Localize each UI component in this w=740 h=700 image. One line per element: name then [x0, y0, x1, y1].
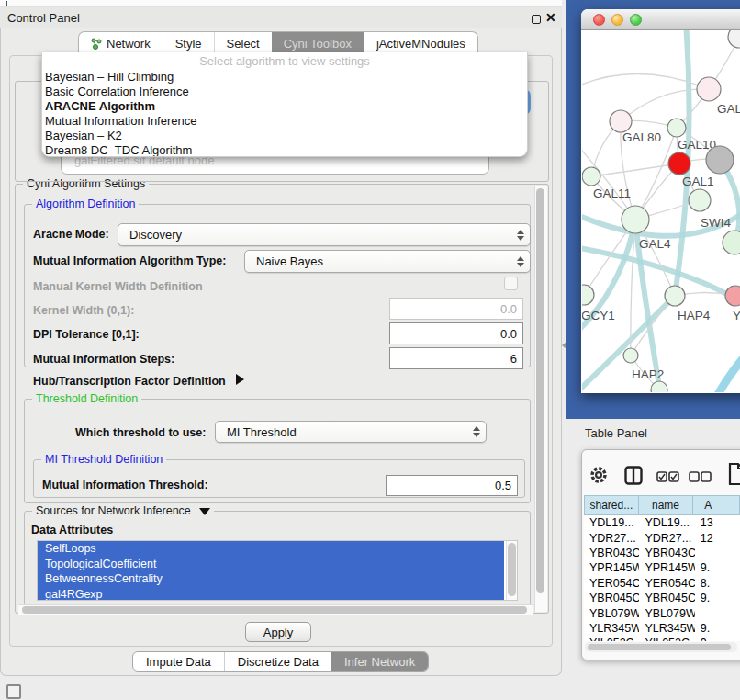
table-cell: YBR045C: [639, 592, 694, 604]
table-row[interactable]: YER054CYER054C8.: [584, 576, 740, 591]
table-row[interactable]: YBR045CYBR045C9.: [584, 591, 740, 605]
tab-impute-data[interactable]: Impute Data: [133, 652, 224, 671]
splitter-collapse-icon[interactable]: [562, 342, 566, 349]
control-panel-tabbar: Network Style Select Cyni Toolbox jActiv…: [78, 31, 478, 54]
attribute-list-item[interactable]: BetweennessCentrality: [38, 571, 504, 587]
algorithm-option[interactable]: Bayesian – Hill Climbing: [42, 70, 527, 85]
sources-collapse-toggle[interactable]: Sources for Network Inference: [32, 504, 214, 517]
tab-cyni-toolbox[interactable]: Cyni Toolbox: [272, 32, 364, 54]
sources-title: Sources for Network Inference: [36, 504, 191, 517]
aracne-mode-combobox[interactable]: Discovery: [118, 223, 531, 246]
network-node[interactable]: [610, 110, 632, 132]
network-icon: [91, 38, 102, 50]
file-icon[interactable]: [728, 462, 740, 486]
node-label: SWI4: [701, 216, 731, 230]
network-edge[interactable]: [621, 89, 709, 121]
attribute-list-item[interactable]: SelfLoops: [38, 541, 504, 557]
network-node[interactable]: [651, 381, 667, 392]
manual-kernel-checkbox[interactable]: [504, 277, 518, 290]
gear-icon[interactable]: [589, 465, 609, 485]
table-cell: 9.: [695, 622, 740, 635]
table-row[interactable]: YBL079WYBL079W: [584, 605, 740, 620]
table-cell: YER054C: [584, 577, 639, 590]
network-node[interactable]: [665, 286, 685, 306]
algorithm-option[interactable]: Basic Correlation Inference: [42, 85, 527, 99]
table-cell: YPR145W: [584, 561, 639, 574]
table-row[interactable]: YBR043CYBR043C: [584, 546, 740, 560]
network-node[interactable]: [725, 286, 740, 306]
dpi-tolerance-value: 0.0: [500, 327, 517, 341]
attribute-list-item[interactable]: gal4RGexp: [38, 587, 504, 602]
tab-style[interactable]: Style: [163, 32, 214, 54]
algorithm-definition-title: Algorithm Definition: [32, 198, 139, 210]
mi-threshold-title: MI Threshold Definition: [41, 453, 166, 466]
tab-select[interactable]: Select: [214, 32, 272, 54]
hub-definition-expander[interactable]: Hub/Transcription Factor Definition: [33, 374, 244, 388]
column-header-name[interactable]: name: [639, 495, 694, 515]
kernel-width-label: Kernel Width (0,1):: [33, 304, 134, 317]
table-row[interactable]: YPR145WYPR145W9.: [584, 560, 740, 575]
tab-jactivemnodules[interactable]: jActiveMNodules: [364, 32, 477, 54]
tab-cyni-toolbox-label: Cyni Toolbox: [284, 37, 352, 51]
attributes-scrollbar-thumb[interactable]: [508, 543, 516, 596]
control-panel-titlebar[interactable]: [0, 7, 562, 28]
dpi-tolerance-field[interactable]: 0.0: [389, 322, 523, 344]
table-cell: 8.: [695, 577, 740, 590]
apply-button[interactable]: Apply: [245, 622, 311, 642]
which-threshold-combobox[interactable]: MI Threshold: [215, 421, 487, 443]
settings-hscrollbar-thumb[interactable]: [22, 606, 527, 614]
node-label: GAL4: [639, 237, 671, 251]
node-label: Y: [733, 309, 740, 322]
algorithm-option[interactable]: ARACNE Algorithm: [42, 99, 527, 114]
node-label: GAL80: [622, 130, 661, 144]
table-row[interactable]: YIL052CYIL052C9: [584, 636, 740, 641]
deselect-all-icon[interactable]: [689, 471, 712, 483]
settings-vscrollbar-thumb[interactable]: [536, 188, 544, 593]
float-window-icon[interactable]: [532, 15, 541, 24]
network-node[interactable]: [582, 285, 594, 305]
network-node[interactable]: [697, 77, 721, 101]
zoom-traffic-light[interactable]: [630, 14, 642, 26]
minimize-traffic-light[interactable]: [611, 14, 623, 26]
column-header-partial[interactable]: A: [693, 495, 740, 515]
tab-infer-network[interactable]: Infer Network: [331, 652, 428, 671]
network-node[interactable]: [706, 146, 734, 174]
column-header-shared-name[interactable]: shared...: [584, 495, 639, 515]
algorithm-option[interactable]: Dream8 DC_TDC Algorithm: [42, 143, 527, 157]
cyni-bottom-tabbar: Impute Data Discretize Data Infer Networ…: [132, 651, 429, 672]
algorithm-dropdown-placeholder: Select algorithm to view settings: [42, 52, 527, 70]
tab-discretize-data[interactable]: Discretize Data: [224, 652, 331, 671]
close-traffic-light[interactable]: [593, 14, 605, 26]
hub-definition-label: Hub/Transcription Factor Definition: [33, 375, 226, 388]
network-node[interactable]: [723, 231, 740, 254]
table-cell: YDL19...: [584, 516, 639, 529]
algorithm-option[interactable]: Mutual Information Inference: [42, 114, 527, 129]
network-node[interactable]: [582, 167, 600, 186]
node-label: GAL7: [717, 102, 740, 116]
network-node[interactable]: [668, 152, 690, 175]
tab-network[interactable]: Network: [79, 32, 163, 54]
minimized-panel-icon[interactable]: [6, 684, 21, 699]
column-view-icon[interactable]: [624, 466, 643, 485]
network-node[interactable]: [622, 206, 649, 233]
mi-steps-field[interactable]: 6: [389, 347, 523, 369]
table-hscrollbar-thumb[interactable]: [588, 644, 731, 650]
mi-type-combobox[interactable]: Naive Bayes: [244, 250, 531, 273]
network-canvas[interactable]: GAL7GAL80GAL10GAL1GAL11GAL4SWI4GCY1HAP4Y…: [582, 30, 740, 392]
network-edge[interactable]: [591, 164, 679, 176]
close-icon[interactable]: ✕: [545, 10, 556, 25]
kernel-width-field[interactable]: 0.0: [389, 298, 523, 320]
table-row[interactable]: YLR345WYLR345W9.: [584, 621, 740, 636]
network-node[interactable]: [623, 348, 638, 363]
mi-threshold-field[interactable]: 0.5: [386, 475, 518, 496]
attribute-list-item[interactable]: TopologicalCoefficient: [38, 557, 504, 572]
network-node[interactable]: [689, 189, 711, 211]
network-edge[interactable]: [716, 335, 740, 392]
table-row[interactable]: YDL19...YDL19...13: [584, 515, 740, 530]
network-node[interactable]: [728, 30, 740, 48]
select-all-icon[interactable]: [656, 471, 680, 483]
table-row[interactable]: YDR27...YDR27...12: [584, 530, 740, 545]
tab-impute-data-label: Impute Data: [146, 655, 211, 669]
network-node[interactable]: [667, 119, 686, 137]
algorithm-option[interactable]: Bayesian – K2: [42, 129, 527, 143]
